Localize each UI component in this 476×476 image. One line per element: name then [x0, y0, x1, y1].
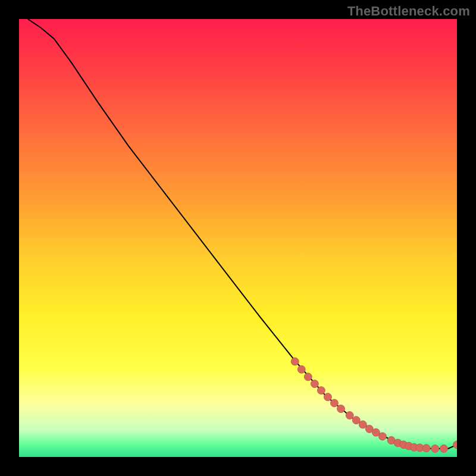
data-marker — [311, 380, 318, 388]
data-marker — [422, 444, 430, 452]
data-marker — [317, 387, 325, 394]
data-marker — [304, 373, 312, 381]
data-marker — [330, 399, 338, 407]
data-marker — [378, 433, 386, 440]
data-marker — [298, 365, 305, 373]
data-marker — [453, 441, 458, 449]
data-marker — [324, 393, 331, 401]
data-marker — [337, 405, 345, 413]
marker-group — [291, 358, 457, 452]
data-marker — [440, 445, 447, 453]
plot-area — [19, 19, 457, 457]
data-marker — [346, 412, 353, 419]
data-marker — [352, 416, 360, 424]
chart-stage: TheBottleneck.com — [0, 0, 476, 476]
data-marker — [359, 421, 367, 428]
chart-svg — [19, 19, 457, 457]
bottleneck-curve — [28, 19, 457, 449]
data-marker — [291, 358, 299, 365]
data-marker — [431, 445, 439, 453]
watermark-text: TheBottleneck.com — [347, 4, 470, 19]
